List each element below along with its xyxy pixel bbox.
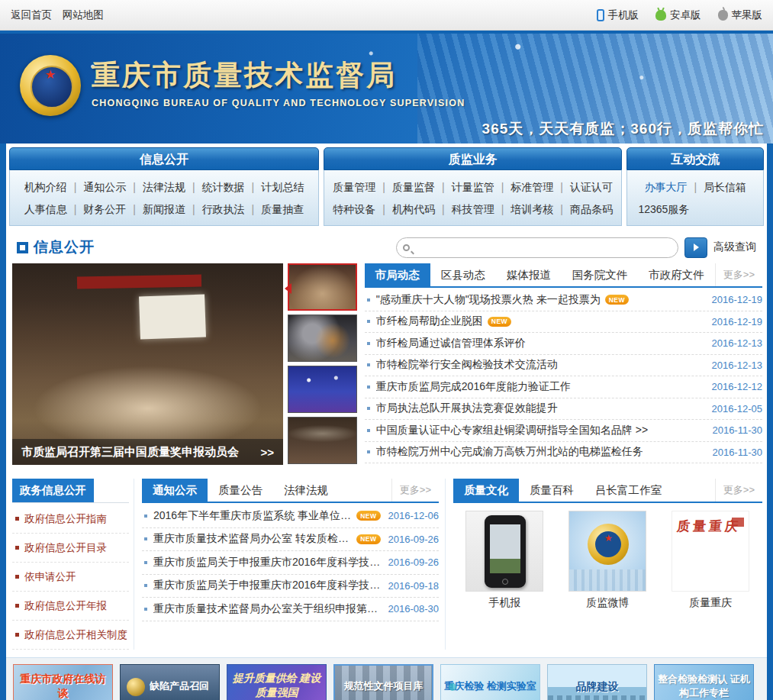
weibo-image [568,511,646,592]
notice-item[interactable]: 重庆市质监局关于申报重庆市2016年度科学技术奖励 >> 2016-09-26 [142,551,439,575]
news-item[interactable]: 中国质量认证中心专家组赴铜梁调研指导全国知名品牌 >> 2016-11-30 [365,420,762,442]
gov-link-item[interactable]: 政府信息公开指南 [12,505,129,534]
gov-link-item[interactable]: 政府信息公开年报 [12,592,129,621]
tab-quality-encyclopedia[interactable]: 质量百科 [519,479,585,502]
nav-link[interactable]: 机构代码 [392,203,452,215]
figure-weibo[interactable]: 质监微博 [556,508,659,610]
apple-version-link[interactable]: 苹果版 [718,8,763,22]
banner-slogan: 365天，天天有质监；360行，质监帮你忙 [482,119,764,139]
nav-link[interactable]: 商品条码 [570,203,613,215]
nav-link-service-hall[interactable]: 办事大厅 [644,181,704,193]
slide-projector-screen [139,295,206,340]
android-version-link[interactable]: 安卓版 [655,8,701,22]
news-date: 2016-12-19 [704,316,763,327]
gov-link-item[interactable]: 政府信息公开目录 [12,534,129,563]
nav-link[interactable]: 质量管理 [333,181,392,193]
advanced-search-link[interactable]: 高级查询 [713,240,756,254]
home-link[interactable]: 返回首页 [11,9,52,21]
notice-item[interactable]: 重庆市质监局关于申报重庆市2016年度科学技术奖励 >> 2016-09-18 [142,575,439,598]
slide-caption-text[interactable]: 市质监局召开第三届中国质量奖申报动员会 [21,445,239,460]
bureau-emblem-logo [20,55,81,116]
nav-link[interactable]: 通知公示 [83,181,143,193]
notice-item[interactable]: 2016年下半年重庆市质监系统 事业单位公开招聘 NEW 2016-12-06 [142,505,439,528]
tab-district-news[interactable]: 区县动态 [430,263,496,286]
nav-link[interactable]: 特种设备 [333,203,392,215]
thumbnail-meeting[interactable] [288,263,357,311]
notice-item[interactable]: 重庆市质量技术监督局办公室关于组织申报第九批国家农 >> 2016-08-30 [142,598,439,621]
navbox-biz-header[interactable]: 质监业务 [324,147,623,170]
thumbnail-auditorium[interactable] [288,417,357,464]
culture-more-link[interactable]: 更多>> [715,479,762,502]
figure-caption: 质监微博 [556,596,659,610]
section-title: 信息公开 [34,237,95,257]
navbox-interact-header[interactable]: 互动交流 [626,147,764,170]
tab-quality-culture[interactable]: 质量文化 [453,479,519,502]
bottom-row: 政务信息公开 政府信息公开指南 政府信息公开目录 依申请公开 政府信息公开年报 … [6,474,767,657]
notice-item[interactable]: 重庆市质量技术监督局办公室 转发质检总局质检收费 NEW 2016-09-26 [142,528,439,552]
navbox-info-header[interactable]: 信息公开 [9,147,319,170]
gov-info-title-tab[interactable]: 政务信息公开 [12,479,94,502]
news-date: 2016-12-05 [704,403,763,415]
nav-link[interactable]: 质量监督 [392,181,452,193]
nav-link[interactable]: 科技管理 [452,203,511,215]
nav-link[interactable]: 质量抽查 [261,203,304,215]
news-item[interactable]: 市特检院举行安全阀检验技术交流活动 2016-12-13 [365,355,762,377]
figure-mobile-news[interactable]: 手机报 [453,508,556,610]
news-item[interactable]: 市特检院万州中心完成渝万高铁万州北站的电梯监检任务 2016-11-30 [365,442,762,464]
banner-brand-building[interactable]: 品牌建设 [547,664,647,700]
banner-gov-online-interview[interactable]: 重庆市政府在线访谈 [13,664,113,700]
calligraphy-image: 质量重庆 [672,511,749,592]
search-input[interactable] [414,239,672,256]
nav-link[interactable]: 新闻报道 [143,203,202,215]
nav-link[interactable]: 认证认可 [570,181,613,193]
banner-normative-documents[interactable]: 规范性文件项目库 [333,664,433,700]
tab-state-council-docs[interactable]: 国务院文件 [562,263,639,286]
tab-city-gov-docs[interactable]: 市政府文件 [638,263,715,286]
mobile-version-link[interactable]: 手机版 [597,8,639,22]
tab-lvchangfu-studio[interactable]: 吕长富工作室 [585,479,672,502]
notice-title: 2016年下半年重庆市质监系统 事业单位公开招聘 [153,509,352,523]
photo-slider[interactable]: 市质监局召开第三届中国质量奖申报动员会 >> [12,263,283,465]
content-area: 信息公开 机构介绍通知公示法律法规统计数据计划总结 人事信息财务公开新闻报道行政… [6,144,767,658]
nav-link[interactable]: 财务公开 [83,203,143,215]
banner-quality-supply[interactable]: 提升质量供给 建设质量强国 [227,664,327,700]
gov-link-item[interactable]: 政府信息公开相关制度 [12,621,129,650]
nav-link[interactable]: 行政执法 [202,203,262,215]
nav-link[interactable]: 人事信息 [24,203,84,215]
news-item[interactable]: 市纤检局通过诚信管理体系评价 2016-12-13 [365,333,762,355]
banner-defective-product-recall[interactable]: 缺陷产品召回 [120,664,220,700]
notice-more-link[interactable]: 更多>> [391,479,439,502]
nav-link[interactable]: 标准管理 [511,181,570,193]
gov-link-item[interactable]: 依申请公开 [12,563,129,592]
nav-link-director-mailbox[interactable]: 局长信箱 [704,181,746,193]
new-badge: NEW [356,534,380,544]
nav-link-12365-service[interactable]: 12365服务 [638,203,689,215]
news-item[interactable]: "感动重庆十大人物"现场投票火热 来一起投票为 NEW 2016-12-19 [365,289,762,311]
news-more-link[interactable]: 更多>> [715,263,762,286]
nav-link[interactable]: 培训考核 [511,203,570,215]
apple-version-label: 苹果版 [732,8,763,22]
tab-media-reports[interactable]: 媒体报道 [496,263,562,286]
tab-bureau-news[interactable]: 市局动态 [365,263,430,286]
news-item[interactable]: 市局执法总队开展执法竞赛促效能提升 2016-12-05 [365,398,762,421]
nav-link[interactable]: 法律法规 [143,181,202,193]
nav-link[interactable]: 机构介绍 [24,181,84,193]
banner-testing-laboratory[interactable]: 重庆检验 检测实验室 [440,664,540,700]
nav-link[interactable]: 统计数据 [202,181,262,193]
news-item[interactable]: 市纤检局帮助企业脱困 NEW 2016-12-19 [365,311,762,334]
tab-laws-regulations[interactable]: 法律法规 [273,479,339,502]
nav-link[interactable]: 计划总结 [261,181,304,193]
thumbnail-firefighters[interactable] [288,315,357,362]
sitemap-link[interactable]: 网站地图 [63,9,104,21]
nav-link[interactable]: 计量监管 [452,181,511,193]
news-item[interactable]: 重庆市质监局完成2016年度能力验证工作 2016-12-12 [365,376,762,398]
tab-quality-announcements[interactable]: 质量公告 [208,479,273,502]
tab-notices[interactable]: 通知公示 [142,479,208,502]
figure-quality-chongqing[interactable]: 质量重庆 质量重庆 [659,508,762,610]
news-panel: 市局动态 区县动态 媒体报道 国务院文件 市政府文件 更多>> "感动重庆十大人… [365,263,762,468]
banner-inspection-integration[interactable]: 整合检验检测认 证机构工作专栏 [654,664,754,700]
slide-more-link[interactable]: >> [260,446,274,459]
news-title: 市特检院举行安全阀检验技术交流活动 [376,358,558,372]
search-go-button[interactable] [684,237,707,258]
thumbnail-award-ceremony[interactable] [288,366,357,413]
